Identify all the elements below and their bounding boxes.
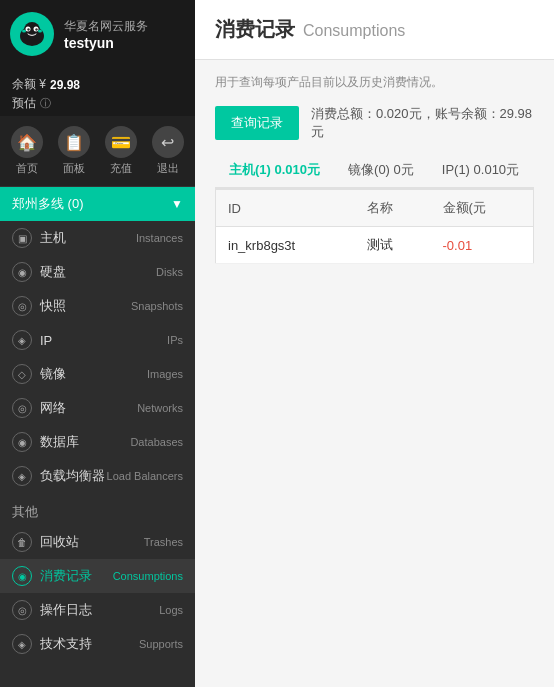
- images-label-en: Images: [147, 368, 183, 380]
- user-info: 华夏名网云服务 testyun: [64, 18, 148, 51]
- ips-label-cn: IP: [40, 333, 52, 348]
- page-title-bar: 消费记录 Consumptions: [195, 0, 554, 60]
- load-balancers-icon: ◈: [12, 466, 32, 486]
- sidebar-item-consumptions[interactable]: ◉ 消费记录 Consumptions: [0, 559, 195, 593]
- databases-label-cn: 数据库: [40, 433, 79, 451]
- query-summary: 消费总额：0.020元，账号余额：29.98元: [311, 105, 534, 141]
- balance-amount: 29.98: [50, 78, 80, 92]
- ips-icon: ◈: [12, 330, 32, 350]
- svg-point-6: [22, 30, 26, 33]
- sidebar-item-trash[interactable]: 🗑 回收站 Trashes: [0, 525, 195, 559]
- panel-icon: 📋: [58, 126, 90, 158]
- disks-label-cn: 硬盘: [40, 263, 66, 281]
- table-header-id: ID: [216, 190, 355, 227]
- nav-icons-bar: 🏠 首页 📋 面板 💳 充值 ↩ 退出: [0, 116, 195, 187]
- content-area: 查询记录 消费总额：0.020元，账号余额：29.98元 主机(1) 0.010…: [195, 105, 554, 687]
- data-table: ID 名称 金额(元 in_krb8gs3t 测试 -0.01: [215, 189, 534, 264]
- tab-disks[interactable]: 硬...: [533, 153, 534, 189]
- supports-icon: ◈: [12, 634, 32, 654]
- sidebar-header: 华夏名网云服务 testyun: [0, 0, 195, 68]
- networks-icon: ◎: [12, 398, 32, 418]
- databases-label-en: Databases: [130, 436, 183, 448]
- query-bar: 查询记录 消费总额：0.020元，账号余额：29.98元: [215, 105, 534, 141]
- images-icon: ◇: [12, 364, 32, 384]
- consumptions-icon: ◉: [12, 566, 32, 586]
- sidebar-item-instances[interactable]: ▣ 主机 Instances: [0, 221, 195, 255]
- sidebar-item-ips[interactable]: ◈ IP IPs: [0, 323, 195, 357]
- consumptions-label-cn: 消费记录: [40, 567, 92, 585]
- region-bar[interactable]: 郑州多线 (0) ▼: [0, 187, 195, 221]
- disks-label-en: Disks: [156, 266, 183, 278]
- load-balancers-label-cn: 负载均衡器: [40, 467, 105, 485]
- nav-home[interactable]: 🏠 首页: [11, 126, 43, 176]
- nav-panel-label: 面板: [63, 161, 85, 176]
- sidebar-items-list: ▣ 主机 Instances ◉ 硬盘 Disks ◎ 快照 Snapshots…: [0, 221, 195, 493]
- nav-recharge[interactable]: 💳 充值: [105, 126, 137, 176]
- logout-icon: ↩: [152, 126, 184, 158]
- disks-icon: ◉: [12, 262, 32, 282]
- tab-instances[interactable]: 主机(1) 0.010元: [215, 153, 334, 189]
- nav-home-label: 首页: [16, 161, 38, 176]
- databases-icon: ◉: [12, 432, 32, 452]
- nav-logout-label: 退出: [157, 161, 179, 176]
- svg-point-5: [35, 28, 37, 30]
- sidebar-item-images[interactable]: ◇ 镜像 Images: [0, 357, 195, 391]
- sidebar-item-databases[interactable]: ◉ 数据库 Databases: [0, 425, 195, 459]
- logs-label-cn: 操作日志: [40, 601, 92, 619]
- sidebar-item-disks[interactable]: ◉ 硬盘 Disks: [0, 255, 195, 289]
- table-header-amount: 金额(元: [431, 190, 534, 227]
- recharge-icon: 💳: [105, 126, 137, 158]
- trash-label-cn: 回收站: [40, 533, 79, 551]
- nav-panel[interactable]: 📋 面板: [58, 126, 90, 176]
- sidebar-item-snapshots[interactable]: ◎ 快照 Snapshots: [0, 289, 195, 323]
- table-cell-name: 测试: [355, 227, 431, 264]
- estimate-icon: ⓘ: [40, 96, 51, 111]
- nav-recharge-label: 充值: [110, 161, 132, 176]
- region-label: 郑州多线 (0): [12, 195, 84, 213]
- networks-label-cn: 网络: [40, 399, 66, 417]
- tab-images[interactable]: 镜像(0) 0元: [334, 153, 428, 189]
- logs-label-en: Logs: [159, 604, 183, 616]
- svg-rect-8: [20, 24, 24, 27]
- table-cell-amount: -0.01: [431, 227, 534, 264]
- sidebar-item-logs[interactable]: ◎ 操作日志 Logs: [0, 593, 195, 627]
- snapshots-label-en: Snapshots: [131, 300, 183, 312]
- supports-label-en: Supports: [139, 638, 183, 650]
- tab-ips[interactable]: IP(1) 0.010元: [428, 153, 533, 189]
- estimate-label: 预估: [12, 95, 36, 112]
- supports-label-cn: 技术支持: [40, 635, 92, 653]
- instances-label-en: Instances: [136, 232, 183, 244]
- trash-label-en: Trashes: [144, 536, 183, 548]
- nav-logout[interactable]: ↩ 退出: [152, 126, 184, 176]
- svg-rect-9: [40, 24, 44, 27]
- snapshots-icon: ◎: [12, 296, 32, 316]
- avatar: [10, 12, 54, 56]
- page-title-en: Consumptions: [303, 22, 405, 40]
- sidebar: 华夏名网云服务 testyun 余额 ¥ 29.98 预估 ⓘ 🏠 首页 📋 面…: [0, 0, 195, 687]
- load-balancers-label-en: Load Balancers: [107, 470, 183, 482]
- query-button[interactable]: 查询记录: [215, 106, 299, 140]
- table-cell-id: in_krb8gs3t: [216, 227, 355, 264]
- instances-label-cn: 主机: [40, 229, 66, 247]
- balance-area: 余额 ¥ 29.98 预估 ⓘ: [0, 68, 195, 116]
- username: testyun: [64, 35, 148, 51]
- other-items-list: 🗑 回收站 Trashes ◉ 消费记录 Consumptions ◎ 操作日志…: [0, 525, 195, 661]
- main-content: 消费记录 Consumptions 用于查询每项产品目前以及历史消费情况。 查询…: [195, 0, 554, 687]
- sidebar-item-supports[interactable]: ◈ 技术支持 Supports: [0, 627, 195, 661]
- tabs-bar: 主机(1) 0.010元 镜像(0) 0元 IP(1) 0.010元 硬...: [215, 153, 534, 189]
- instances-icon: ▣: [12, 228, 32, 248]
- table-row: in_krb8gs3t 测试 -0.01: [216, 227, 534, 264]
- balance-label: 余额 ¥: [12, 76, 46, 93]
- chevron-down-icon: ▼: [171, 197, 183, 211]
- logs-icon: ◎: [12, 600, 32, 620]
- sidebar-item-load-balancers[interactable]: ◈ 负载均衡器 Load Balancers: [0, 459, 195, 493]
- page-description: 用于查询每项产品目前以及历史消费情况。: [195, 60, 554, 105]
- consumptions-label-en: Consumptions: [113, 570, 183, 582]
- ips-label-en: IPs: [167, 334, 183, 346]
- company-name: 华夏名网云服务: [64, 18, 148, 35]
- svg-point-7: [38, 30, 42, 33]
- networks-label-en: Networks: [137, 402, 183, 414]
- sidebar-item-networks[interactable]: ◎ 网络 Networks: [0, 391, 195, 425]
- snapshots-label-cn: 快照: [40, 297, 66, 315]
- table-header-name: 名称: [355, 190, 431, 227]
